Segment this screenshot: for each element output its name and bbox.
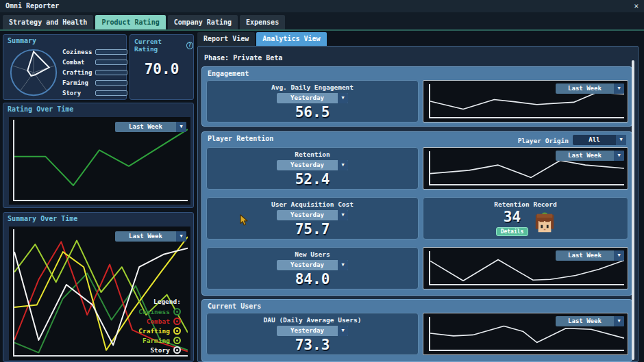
metric-value: 73.3 — [295, 337, 330, 353]
view-tab-bar: Report View Analytics View — [197, 32, 327, 46]
retention-card: Retention Yesterday ▼ 52.4 — [206, 147, 419, 190]
period-dropdown[interactable]: Yesterday ▼ — [277, 260, 348, 270]
summary-bars: Coziness Combat Crafting Farming Story — [62, 47, 127, 98]
chevron-down-icon: ▼ — [338, 210, 348, 220]
engagement-section-title: Engagement — [208, 70, 249, 77]
tab-expenses[interactable]: Expenses — [240, 15, 285, 29]
summary-title: Summary — [8, 37, 36, 44]
current-rating-panel: Current Rating ? 70.0 — [129, 34, 194, 100]
details-button[interactable]: Details — [496, 227, 529, 236]
retention-record-title: Retention Record — [494, 201, 557, 208]
analytics-view-content: Phase: Private Beta Engagement Avg. Dail… — [197, 46, 639, 362]
new-users-card: New Users Yesterday ▼ 84.0 — [206, 247, 419, 289]
tab-product-rating[interactable]: Product Rating — [95, 15, 165, 29]
tab-strategy-and-health[interactable]: Strategy and Health — [3, 15, 93, 29]
metric-title: Avg. Daily Engagement — [271, 83, 354, 91]
summary-bar-row: Story — [62, 88, 127, 98]
period-dropdown[interactable]: Yesterday ▼ — [277, 160, 348, 170]
player-retention-section-title: Player Retention — [208, 135, 273, 142]
legend-toggle-crafting[interactable]: Crafting — [138, 327, 181, 335]
new-users-range-dropdown[interactable]: Last Week ▼ — [556, 250, 624, 261]
period-dropdown[interactable]: Yesterday ▼ — [277, 210, 348, 220]
tab-report-view[interactable]: Report View — [197, 32, 255, 46]
new-users-chart-card: Last Week ▼ — [423, 247, 628, 289]
retention-record-body: 34 Details — [496, 209, 556, 236]
chevron-down-icon: ▼ — [176, 231, 186, 242]
current-rating-title: Current Rating — [134, 38, 184, 53]
current-rating-value: 70.0 — [130, 61, 193, 77]
retention-record-value: 34 — [504, 209, 521, 225]
vertical-scrollbar[interactable] — [632, 60, 634, 360]
legend-toggle-coziness[interactable]: Coziness — [138, 308, 181, 315]
stat-bar — [95, 70, 127, 75]
avg-daily-engagement-card: Avg. Daily Engagement Yesterday ▼ 56.5 — [206, 80, 419, 122]
stat-label: Story — [62, 90, 95, 96]
chevron-down-icon: ▼ — [338, 260, 348, 270]
rating-over-time-chart: Last Week ▼ — [9, 117, 190, 205]
legend-ring-icon — [173, 337, 181, 344]
player-origin-dropdown[interactable]: All ▼ — [573, 135, 626, 145]
summary-bar-row: Combat — [62, 57, 127, 67]
dau-card: DAU (Daily Average Users) Yesterday ▼ 73… — [206, 313, 419, 355]
player-avatar — [534, 212, 555, 233]
stat-label: Combat — [62, 59, 95, 66]
retention-range-dropdown[interactable]: Last Week ▼ — [556, 151, 624, 161]
summary-over-time-chart: Last Week ▼ Legend: Coziness Combat Craf… — [9, 227, 190, 360]
chevron-down-icon: ▼ — [614, 151, 624, 161]
current-users-section: Current Users DAU (Daily Average Users) … — [201, 299, 632, 362]
legend-title: Legend: — [153, 298, 181, 305]
chevron-down-icon: ▼ — [176, 122, 186, 132]
metric-value: 52.4 — [295, 171, 330, 188]
legend-toggle-combat[interactable]: Combat — [147, 318, 181, 325]
chevron-down-icon: ▼ — [616, 135, 626, 145]
chart-legend: Legend: Coziness Combat Crafting Farming — [138, 298, 181, 354]
help-icon[interactable]: ? — [186, 42, 193, 49]
metric-title: DAU (Daily Average Users) — [264, 316, 362, 324]
engagement-section: Engagement Avg. Daily Engagement Yesterd… — [201, 66, 632, 127]
player-origin-label: Player Origin — [518, 137, 569, 144]
player-retention-section: Player Retention Player Origin All ▼ Ret… — [201, 131, 632, 296]
chevron-down-icon: ▼ — [614, 83, 624, 94]
close-icon[interactable]: ✕ — [634, 1, 639, 10]
metric-title: New Users — [295, 250, 330, 258]
legend-ring-icon — [173, 308, 181, 315]
legend-ring-icon — [173, 346, 181, 354]
chevron-down-icon: ▼ — [338, 160, 348, 170]
legend-ring-icon — [173, 327, 181, 335]
title-bar: Omni Reporter ✕ — [0, 0, 644, 12]
dau-chart-card: Last Week ▼ — [423, 313, 628, 355]
stat-bar — [95, 49, 127, 55]
legend-toggle-story[interactable]: Story — [150, 346, 181, 354]
metric-value: 75.7 — [295, 221, 330, 237]
retention-chart-card: Last Week ▼ — [423, 147, 628, 190]
period-dropdown[interactable]: Yesterday ▼ — [277, 326, 348, 336]
omni-reporter-window: Omni Reporter ✕ Strategy and Health Prod… — [0, 0, 644, 362]
legend-ring-icon — [173, 318, 181, 325]
tab-analytics-view[interactable]: Analytics View — [256, 32, 326, 46]
engagement-range-dropdown[interactable]: Last Week ▼ — [556, 83, 624, 94]
tab-company-rating[interactable]: Company Rating — [168, 15, 238, 29]
stat-label: Crafting — [62, 69, 95, 76]
cursor-icon — [239, 214, 249, 227]
summary-bar-row: Coziness — [62, 47, 127, 57]
summary-bar-row: Crafting — [62, 67, 127, 77]
period-dropdown[interactable]: Yesterday ▼ — [277, 93, 348, 103]
rating-range-dropdown[interactable]: Last Week ▼ — [115, 122, 186, 132]
metric-title: User Acquisition Cost — [271, 201, 354, 208]
summary-range-dropdown[interactable]: Last Week ▼ — [115, 231, 186, 242]
summary-over-time-panel: Summary Over Time Last Week ▼ Legend: Co… — [3, 212, 194, 362]
summary-panel: Summary Coziness Combat Crafting — [3, 34, 127, 100]
legend-toggle-farming[interactable]: Farming — [143, 337, 181, 344]
chevron-down-icon: ▼ — [614, 316, 624, 326]
rating-over-time-panel: Rating Over Time Last Week ▼ — [3, 103, 194, 208]
summary-over-time-title: Summary Over Time — [8, 215, 77, 222]
stat-label: Coziness — [62, 49, 95, 55]
rating-over-time-title: Rating Over Time — [8, 105, 73, 113]
chevron-down-icon: ▼ — [338, 93, 348, 103]
phase-label: Phase: Private Beta — [204, 54, 282, 62]
window-title: Omni Reporter — [5, 2, 59, 10]
stat-bar — [95, 90, 127, 96]
current-rating-title-row: Current Rating ? — [134, 38, 193, 53]
metric-value: 56.5 — [295, 104, 330, 120]
dau-range-dropdown[interactable]: Last Week ▼ — [556, 316, 624, 326]
